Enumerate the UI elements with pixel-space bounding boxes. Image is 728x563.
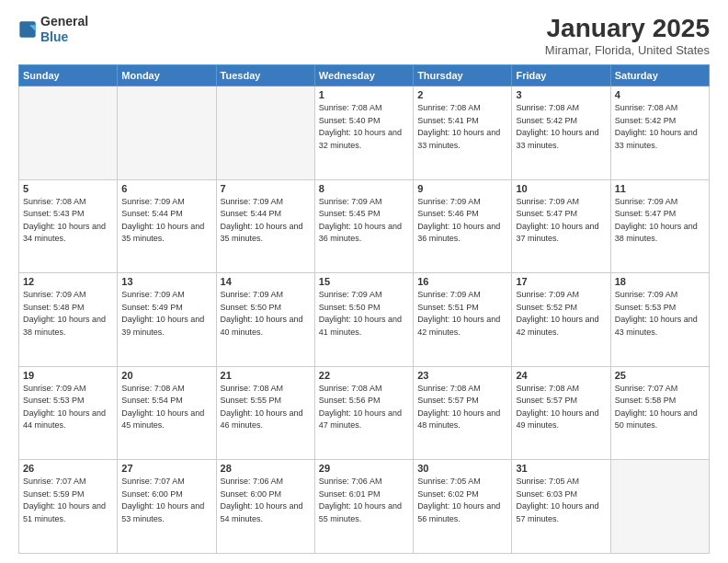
day-info: Sunrise: 7:08 AMSunset: 5:43 PMDaylight:… xyxy=(23,196,113,246)
day-info: Sunrise: 7:09 AMSunset: 5:47 PMDaylight:… xyxy=(615,196,705,246)
day-number: 16 xyxy=(417,276,507,287)
day-info: Sunrise: 7:09 AMSunset: 5:46 PMDaylight:… xyxy=(417,196,507,246)
day-info: Sunrise: 7:09 AMSunset: 5:52 PMDaylight:… xyxy=(516,289,606,339)
day-number: 1 xyxy=(319,89,409,100)
table-row: 16Sunrise: 7:09 AMSunset: 5:51 PMDayligh… xyxy=(414,273,512,367)
day-number: 22 xyxy=(319,370,409,381)
day-info: Sunrise: 7:09 AMSunset: 5:44 PMDaylight:… xyxy=(121,196,211,246)
day-number: 9 xyxy=(417,183,507,194)
col-sunday: Sunday xyxy=(19,65,118,86)
day-info: Sunrise: 7:05 AMSunset: 6:03 PMDaylight:… xyxy=(516,476,606,525)
day-info: Sunrise: 7:08 AMSunset: 5:42 PMDaylight:… xyxy=(615,102,705,152)
day-number: 3 xyxy=(516,89,606,100)
calendar-table: Sunday Monday Tuesday Wednesday Thursday… xyxy=(18,64,710,554)
table-row: 21Sunrise: 7:08 AMSunset: 5:55 PMDayligh… xyxy=(216,366,314,460)
title-block: January 2025 Miramar, Florida, United St… xyxy=(545,14,710,57)
calendar-week-row: 1Sunrise: 7:08 AMSunset: 5:40 PMDaylight… xyxy=(19,86,710,180)
day-number: 28 xyxy=(221,463,311,474)
table-row: 29Sunrise: 7:06 AMSunset: 6:01 PMDayligh… xyxy=(314,460,413,554)
day-info: Sunrise: 7:07 AMSunset: 5:59 PMDaylight:… xyxy=(23,476,113,525)
table-row: 11Sunrise: 7:09 AMSunset: 5:47 PMDayligh… xyxy=(610,179,709,273)
day-info: Sunrise: 7:08 AMSunset: 5:57 PMDaylight:… xyxy=(417,383,507,432)
day-number: 18 xyxy=(615,276,705,287)
calendar-header-row: Sunday Monday Tuesday Wednesday Thursday… xyxy=(19,65,710,86)
day-info: Sunrise: 7:09 AMSunset: 5:44 PMDaylight:… xyxy=(221,196,311,246)
day-info: Sunrise: 7:09 AMSunset: 5:50 PMDaylight:… xyxy=(221,289,311,339)
day-info: Sunrise: 7:08 AMSunset: 5:54 PMDaylight:… xyxy=(121,383,211,432)
logo-text: General Blue xyxy=(40,14,88,45)
table-row: 13Sunrise: 7:09 AMSunset: 5:49 PMDayligh… xyxy=(118,273,216,367)
day-number: 27 xyxy=(121,463,211,474)
day-number: 11 xyxy=(615,183,705,194)
table-row: 28Sunrise: 7:06 AMSunset: 6:00 PMDayligh… xyxy=(216,460,314,554)
day-number: 4 xyxy=(615,89,705,100)
day-info: Sunrise: 7:05 AMSunset: 6:02 PMDaylight:… xyxy=(417,476,507,525)
logo-general-text: General xyxy=(40,14,88,29)
table-row: 18Sunrise: 7:09 AMSunset: 5:53 PMDayligh… xyxy=(610,273,709,367)
day-info: Sunrise: 7:08 AMSunset: 5:42 PMDaylight:… xyxy=(516,102,606,152)
month-title: January 2025 xyxy=(545,14,710,43)
table-row: 7Sunrise: 7:09 AMSunset: 5:44 PMDaylight… xyxy=(216,179,314,273)
day-info: Sunrise: 7:08 AMSunset: 5:57 PMDaylight:… xyxy=(516,383,606,432)
day-info: Sunrise: 7:08 AMSunset: 5:56 PMDaylight:… xyxy=(319,383,409,432)
table-row: 2Sunrise: 7:08 AMSunset: 5:41 PMDaylight… xyxy=(414,86,512,180)
table-row: 1Sunrise: 7:08 AMSunset: 5:40 PMDaylight… xyxy=(314,86,413,180)
day-info: Sunrise: 7:09 AMSunset: 5:53 PMDaylight:… xyxy=(23,383,113,432)
day-info: Sunrise: 7:08 AMSunset: 5:41 PMDaylight:… xyxy=(417,102,507,152)
table-row: 8Sunrise: 7:09 AMSunset: 5:45 PMDaylight… xyxy=(314,179,413,273)
day-info: Sunrise: 7:09 AMSunset: 5:48 PMDaylight:… xyxy=(23,289,113,339)
table-row: 30Sunrise: 7:05 AMSunset: 6:02 PMDayligh… xyxy=(414,460,512,554)
day-info: Sunrise: 7:09 AMSunset: 5:53 PMDaylight:… xyxy=(615,289,705,339)
col-monday: Monday xyxy=(118,65,216,86)
day-info: Sunrise: 7:07 AMSunset: 5:58 PMDaylight:… xyxy=(615,383,705,432)
table-row xyxy=(19,86,118,180)
table-row: 31Sunrise: 7:05 AMSunset: 6:03 PMDayligh… xyxy=(512,460,610,554)
day-number: 13 xyxy=(121,276,211,287)
table-row xyxy=(118,86,216,180)
day-info: Sunrise: 7:09 AMSunset: 5:47 PMDaylight:… xyxy=(516,196,606,246)
table-row: 6Sunrise: 7:09 AMSunset: 5:44 PMDaylight… xyxy=(118,179,216,273)
day-number: 20 xyxy=(121,370,211,381)
table-row: 17Sunrise: 7:09 AMSunset: 5:52 PMDayligh… xyxy=(512,273,610,367)
day-info: Sunrise: 7:09 AMSunset: 5:51 PMDaylight:… xyxy=(417,289,507,339)
day-number: 30 xyxy=(417,463,507,474)
day-number: 25 xyxy=(615,370,705,381)
day-number: 14 xyxy=(221,276,311,287)
day-number: 6 xyxy=(121,183,211,194)
day-number: 2 xyxy=(417,89,507,100)
day-info: Sunrise: 7:09 AMSunset: 5:50 PMDaylight:… xyxy=(319,289,409,339)
day-info: Sunrise: 7:07 AMSunset: 6:00 PMDaylight:… xyxy=(121,476,211,525)
calendar-week-row: 19Sunrise: 7:09 AMSunset: 5:53 PMDayligh… xyxy=(19,366,710,460)
calendar-week-row: 5Sunrise: 7:08 AMSunset: 5:43 PMDaylight… xyxy=(19,179,710,273)
day-info: Sunrise: 7:06 AMSunset: 6:00 PMDaylight:… xyxy=(221,476,311,525)
col-tuesday: Tuesday xyxy=(216,65,314,86)
day-number: 26 xyxy=(23,463,113,474)
header: General Blue January 2025 Miramar, Flori… xyxy=(18,14,710,57)
day-number: 24 xyxy=(516,370,606,381)
logo: General Blue xyxy=(18,14,88,45)
table-row: 22Sunrise: 7:08 AMSunset: 5:56 PMDayligh… xyxy=(314,366,413,460)
svg-rect-0 xyxy=(19,21,35,37)
day-number: 17 xyxy=(516,276,606,287)
col-thursday: Thursday xyxy=(414,65,512,86)
day-info: Sunrise: 7:09 AMSunset: 5:45 PMDaylight:… xyxy=(319,196,409,246)
day-number: 15 xyxy=(319,276,409,287)
day-number: 7 xyxy=(221,183,311,194)
table-row: 25Sunrise: 7:07 AMSunset: 5:58 PMDayligh… xyxy=(610,366,709,460)
day-number: 12 xyxy=(23,276,113,287)
table-row: 5Sunrise: 7:08 AMSunset: 5:43 PMDaylight… xyxy=(19,179,118,273)
table-row xyxy=(610,460,709,554)
table-row: 20Sunrise: 7:08 AMSunset: 5:54 PMDayligh… xyxy=(118,366,216,460)
table-row: 4Sunrise: 7:08 AMSunset: 5:42 PMDaylight… xyxy=(610,86,709,180)
day-number: 8 xyxy=(319,183,409,194)
day-info: Sunrise: 7:09 AMSunset: 5:49 PMDaylight:… xyxy=(121,289,211,339)
table-row: 26Sunrise: 7:07 AMSunset: 5:59 PMDayligh… xyxy=(19,460,118,554)
table-row: 23Sunrise: 7:08 AMSunset: 5:57 PMDayligh… xyxy=(414,366,512,460)
logo-icon xyxy=(18,20,37,39)
table-row: 27Sunrise: 7:07 AMSunset: 6:00 PMDayligh… xyxy=(118,460,216,554)
location-text: Miramar, Florida, United States xyxy=(545,43,710,57)
day-info: Sunrise: 7:08 AMSunset: 5:55 PMDaylight:… xyxy=(221,383,311,432)
table-row xyxy=(216,86,314,180)
table-row: 24Sunrise: 7:08 AMSunset: 5:57 PMDayligh… xyxy=(512,366,610,460)
day-number: 10 xyxy=(516,183,606,194)
